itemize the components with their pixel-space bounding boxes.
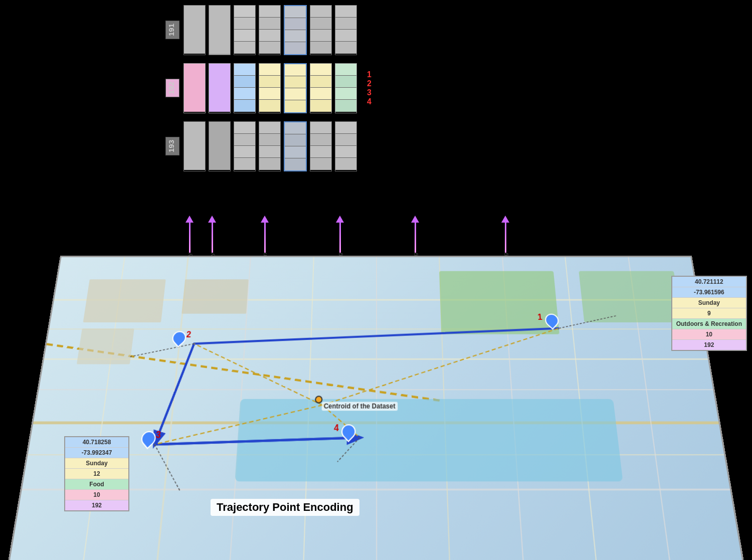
centroid-label: Centroid of the Dataset bbox=[321, 402, 398, 411]
matrix-section: 191 bbox=[165, 5, 371, 171]
point2-day: Sunday bbox=[65, 458, 128, 469]
point2-val1: 10 bbox=[65, 490, 128, 500]
point1-category: Outdoors & Recreation bbox=[672, 319, 746, 329]
matrix-row-192: 192 bbox=[165, 60, 371, 116]
point-1: 1 bbox=[544, 314, 563, 334]
point2-lon: -73.992347 bbox=[65, 448, 128, 458]
point-number-4: 4 bbox=[334, 423, 339, 433]
matrix-row-191: 191 bbox=[165, 5, 371, 55]
row-label-192: 192 bbox=[165, 79, 179, 97]
point1-val1: 10 bbox=[672, 329, 746, 340]
point1-lat: 40.721112 bbox=[672, 277, 746, 287]
point2-lat: 40.718258 bbox=[65, 437, 128, 448]
point-number-3: 3 bbox=[155, 430, 161, 440]
red-num-4: 4 bbox=[367, 97, 371, 106]
point1-day: Sunday bbox=[672, 298, 746, 308]
info-box-point-1: 40.721112 -73.961596 Sunday 9 Outdoors &… bbox=[671, 276, 747, 351]
point2-category: Food bbox=[65, 479, 128, 490]
point1-val2: 192 bbox=[672, 340, 746, 350]
point-2: 2 bbox=[171, 331, 190, 352]
red-num-3: 3 bbox=[367, 88, 371, 97]
point2-val2: 192 bbox=[65, 500, 128, 510]
point1-lon: -73.961596 bbox=[672, 287, 746, 298]
map-section: Identity Identity Standardization One-Ho… bbox=[0, 216, 752, 560]
map-container: Centroid of the Dataset 1 2 3 bbox=[5, 256, 747, 560]
red-numbers: 1 2 3 4 bbox=[367, 60, 371, 116]
info-box-point-2: 40.718258 -73.992347 Sunday 12 Food 10 1… bbox=[64, 436, 129, 511]
point-3: 3 bbox=[139, 431, 159, 454]
point-number-1: 1 bbox=[537, 313, 543, 322]
red-num-2: 2 bbox=[367, 79, 371, 88]
matrix-rows: 191 bbox=[165, 5, 371, 171]
point1-hour: 9 bbox=[672, 308, 746, 319]
red-num-1: 1 bbox=[367, 70, 371, 79]
row-label-191: 191 bbox=[165, 21, 179, 39]
point2-hour: 12 bbox=[65, 469, 128, 479]
row-label-193: 193 bbox=[165, 137, 179, 155]
encoding-title: Trajectory Point Encoding bbox=[211, 499, 359, 516]
point-number-2: 2 bbox=[186, 330, 192, 340]
matrix-row-193: 193 bbox=[165, 121, 371, 171]
point-4: 4 bbox=[341, 425, 359, 448]
